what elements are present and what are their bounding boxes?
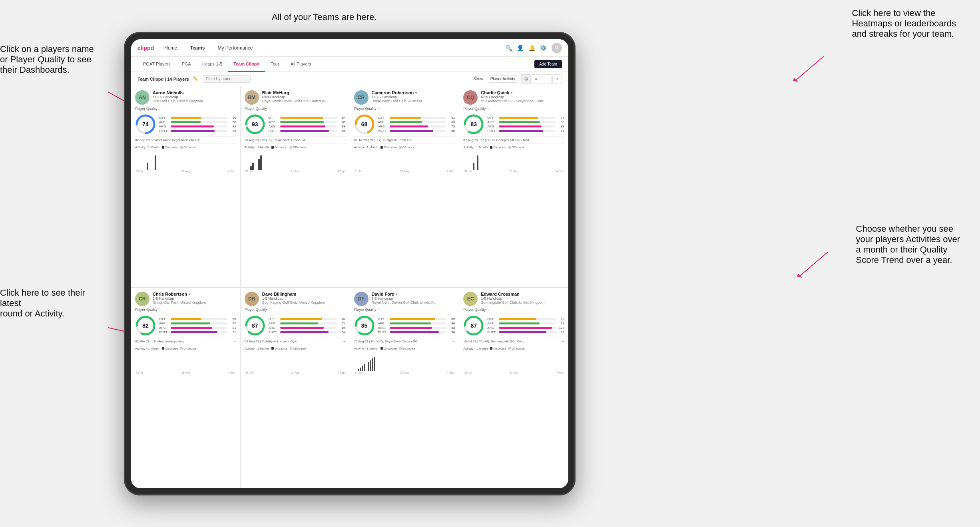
player-name[interactable]: Cameron Robertson ● [372, 90, 455, 95]
player-card[interactable]: DB Dave Billingham 1-5 Handicap Sog Magi… [241, 288, 350, 489]
chart-labels: 31 Jul21 Aug4 Sep [463, 371, 564, 374]
activity-section: Activity · 1 Month On course Off course … [245, 345, 346, 374]
quality-ring[interactable]: 93 [245, 114, 265, 135]
nav-teams[interactable]: Teams [187, 44, 207, 52]
verified-icon: ● [510, 91, 512, 95]
bell-icon[interactable]: 🔔 [528, 45, 535, 51]
latest-round[interactable]: 26 Aug 23 | 84 (+12), Royal North Devon … [354, 338, 455, 343]
search-icon[interactable]: 🔍 [505, 45, 512, 51]
app-bar-row: APP 79 [487, 322, 564, 325]
activity-chart [245, 150, 346, 170]
add-team-button[interactable]: Add Team [534, 60, 562, 68]
table-view-button[interactable]: ≡ [532, 74, 541, 84]
filter-bar: Team Clippd | 14 Players ✏️ Show: Player… [131, 72, 568, 86]
player-handicap: 1-5 Handicap [153, 296, 236, 300]
tab-all-players[interactable]: All Players [285, 57, 317, 72]
activity-label: Activity · 1 Month [463, 347, 488, 350]
settings-icon[interactable]: ⚙️ [540, 45, 547, 51]
chart-labels: 31 Jul21 Aug4 Sep [354, 170, 455, 173]
player-club: St. George's Hill GC - Weybridge - Surr.… [481, 99, 564, 103]
player-club: Sunningdale Golf Club, United Kingdom [481, 300, 564, 304]
player-card[interactable]: BM Blair McHarg Plus Handicap Royal Nort… [241, 86, 350, 287]
chart-labels: 31 Jul21 Aug4 Sep [245, 170, 346, 173]
player-card[interactable]: CR Chris Robertson ● 1-5 Handicap Craigm… [131, 288, 240, 489]
tab-pga[interactable]: PGA [176, 57, 197, 72]
round-text: 02 Jul 23 | 59 (+17), Craigmillar Park G… [354, 138, 412, 142]
chart-label: 4 Sep [337, 170, 345, 173]
player-name[interactable]: Edward Crossman [481, 292, 564, 296]
quality-ring[interactable]: 68 [354, 114, 375, 135]
annotation-left-top: Click on a players name or Player Qualit… [0, 44, 94, 75]
activity-header: Activity · 1 Month On course Off course [135, 347, 236, 350]
quality-ring[interactable]: 87 [245, 315, 265, 336]
activity-chart [245, 351, 346, 371]
player-name[interactable]: Blair McHarg [262, 90, 346, 95]
tab-team-clippd[interactable]: Team Clippd [228, 57, 265, 72]
sub-nav: PGAT Players PGA Hcaps 1-5 Team Clippd T… [131, 57, 568, 72]
chart-label: 4 Sep [228, 170, 235, 173]
putt-bar-row: PUTT 91 [159, 330, 236, 334]
latest-round[interactable]: 07 Aug 23 | 77 (+7), St George's Hill GC… [463, 136, 564, 142]
chart-label: 21 Aug [510, 371, 518, 374]
player-name[interactable]: Charlie Quick ● [481, 90, 564, 95]
putt-bar-row: PUTT 92 [487, 330, 564, 334]
player-card[interactable]: DF David Ford ● 1-5 Handicap Royal North… [350, 288, 459, 489]
ott-bar-row: OTT 73 [487, 317, 564, 321]
activity-section: Activity · 1 Month On course Off course … [463, 143, 564, 173]
annotation-top-center: All of your Teams are here. [272, 12, 377, 22]
user-avatar[interactable]: U [552, 43, 562, 53]
arg-bar-row: ARG 75 [378, 125, 455, 128]
legend-offcourse: Off course [399, 347, 415, 350]
round-arrow-icon: → [343, 340, 346, 343]
filter-view-button[interactable]: ⚏ [542, 74, 552, 84]
tab-tour[interactable]: Tour [265, 57, 285, 72]
grid-view-button[interactable]: ⊞ [521, 74, 531, 84]
quality-ring[interactable]: 82 [135, 315, 156, 336]
player-avatar: CR [354, 90, 368, 105]
player-header: AN Aaron Nicholls 11-15 Handicap Drift G… [135, 90, 236, 105]
tab-pgat-players[interactable]: PGAT Players [137, 57, 176, 72]
latest-round[interactable]: 02 Jul 23 | 59 (+17), Craigmillar Park G… [354, 136, 455, 142]
edit-icon[interactable]: ✏️ [193, 76, 199, 82]
person-icon[interactable]: 👤 [517, 45, 524, 51]
latest-round[interactable]: 04 Sep 23 | Mobility with coach, Gym → [245, 338, 346, 343]
player-card[interactable]: CQ Charlie Quick ● 6-10 Handicap St. Geo… [459, 86, 568, 287]
tab-hcaps[interactable]: Hcaps 1-5 [197, 57, 228, 72]
latest-round[interactable]: 26 Aug 23 | 73 (+1), Royal North Devon G… [245, 136, 346, 142]
player-name[interactable]: Aaron Nicholls [153, 90, 236, 95]
search-input[interactable] [203, 75, 251, 83]
chart-label: 31 Jul [245, 170, 253, 173]
player-avatar: DF [354, 292, 368, 306]
ott-bar-row: OTT 82 [269, 317, 346, 321]
team-label: Team Clippd | 14 Players [137, 77, 189, 82]
player-header: CQ Charlie Quick ● 6-10 Handicap St. Geo… [463, 90, 564, 105]
player-card[interactable]: EC Edward Crossman 1-5 Handicap Sunningd… [459, 288, 568, 489]
player-card[interactable]: CR Cameron Robertson ● 11-15 Handicap Ro… [350, 86, 459, 287]
nav-my-performance[interactable]: My Performance [215, 44, 255, 52]
app-bar-row: APP 85 [269, 120, 346, 124]
legend-oncourse: On course [380, 347, 396, 350]
player-name[interactable]: Dave Billingham [262, 292, 346, 296]
activity-legend: On course Off course [490, 347, 524, 350]
show-dropdown[interactable]: Player Activity [488, 75, 518, 83]
latest-round[interactable]: 18 Jul 23 | 74 (+4), Sunningdale GC - Ol… [463, 338, 564, 343]
ott-bar-row: OTT 77 [487, 116, 564, 119]
quality-ring[interactable]: 85 [354, 315, 375, 336]
player-name[interactable]: Chris Robertson ● [153, 292, 236, 296]
latest-round[interactable]: 03 Mar 23 | 19, Must make putting → [135, 338, 236, 343]
sort-button[interactable]: ↕ [552, 74, 562, 84]
quality-ring[interactable]: 83 [463, 114, 484, 135]
quality-ring[interactable]: 87 [463, 315, 484, 336]
round-text: 18 Jul 23 | 74 (+4), Sunningdale GC - Ol… [463, 340, 525, 343]
player-card[interactable]: AN Aaron Nicholls 11-15 Handicap Drift G… [131, 86, 240, 287]
player-name[interactable]: David Ford ● [372, 292, 455, 296]
player-club: Sog Maging Golf Club, United Kingdom [262, 300, 346, 304]
activity-chart [354, 150, 455, 170]
annotation-left-bottom: Click here to see their latest round or … [0, 288, 104, 319]
player-club: Craigmillar Park, United Kingdom [153, 300, 236, 304]
app-bar-row: APP 63 [378, 120, 455, 124]
activity-legend: On course Off course [380, 146, 415, 149]
latest-round[interactable]: 02 Sep 23 | Sunset round to get back int… [135, 136, 236, 142]
quality-ring[interactable]: 74 [135, 114, 156, 135]
nav-home[interactable]: Home [162, 44, 179, 52]
